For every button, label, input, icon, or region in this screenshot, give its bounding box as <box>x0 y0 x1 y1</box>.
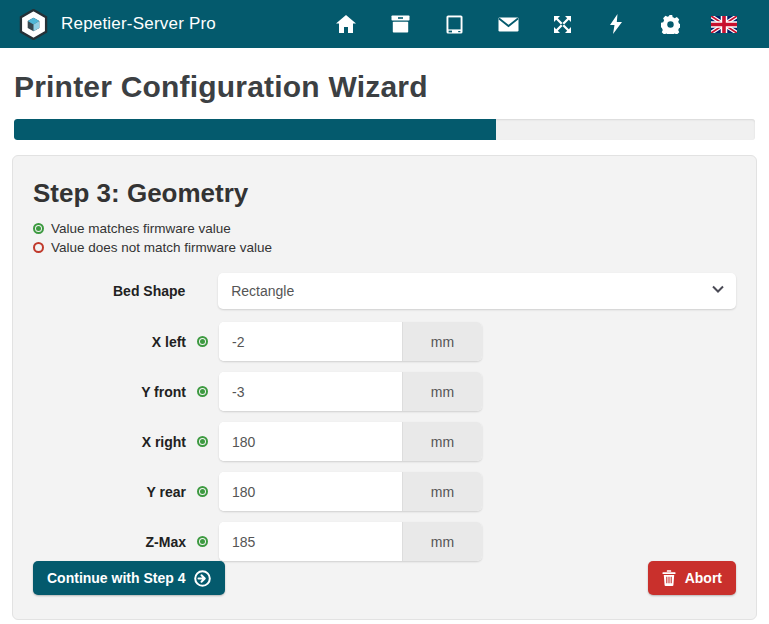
legend-mismatch: Value does not match firmware value <box>33 238 736 257</box>
legend: Value matches firmware value Value does … <box>33 219 736 257</box>
x-left-row: X left mm <box>33 322 736 361</box>
match-status-icon <box>197 386 208 397</box>
x-right-label: X right <box>33 434 186 450</box>
expand-arrows-icon[interactable] <box>535 15 589 34</box>
match-status-icon <box>197 486 208 497</box>
nav-icons <box>319 14 751 34</box>
x-left-unit: mm <box>402 322 482 361</box>
y-front-unit: mm <box>402 372 482 411</box>
y-rear-unit: mm <box>402 472 482 511</box>
progress-fill <box>14 119 496 140</box>
panel-actions: Continue with Step 4 Abort <box>33 561 736 595</box>
brand[interactable]: Repetier-Server Pro <box>18 9 216 40</box>
page-content: Printer Configuration Wizard <box>0 70 769 140</box>
arrow-circle-right-icon <box>194 570 211 587</box>
page-title: Printer Configuration Wizard <box>14 70 755 104</box>
legend-match-label: Value matches firmware value <box>51 221 231 236</box>
power-bolt-icon[interactable] <box>589 14 643 34</box>
home-icon[interactable] <box>319 15 373 33</box>
y-front-label: Y front <box>33 384 186 400</box>
abort-button[interactable]: Abort <box>648 561 736 595</box>
z-max-unit: mm <box>402 522 482 561</box>
wizard-progress-bar <box>14 119 755 140</box>
y-rear-label: Y rear <box>33 484 186 500</box>
x-right-unit: mm <box>402 422 482 461</box>
bed-shape-select[interactable]: Rectangle <box>218 273 736 309</box>
continue-button-label: Continue with Step 4 <box>47 570 185 586</box>
step-title: Step 3: Geometry <box>33 178 736 209</box>
tablet-icon[interactable] <box>427 15 481 34</box>
continue-button[interactable]: Continue with Step 4 <box>33 561 225 595</box>
x-right-input[interactable] <box>219 422 402 461</box>
top-navbar: Repetier-Server Pro <box>0 0 769 48</box>
y-rear-row: Y rear mm <box>33 472 736 511</box>
legend-match: Value matches firmware value <box>33 219 736 238</box>
x-left-label: X left <box>33 334 186 350</box>
y-front-row: Y front mm <box>33 372 736 411</box>
trash-icon <box>662 570 676 586</box>
bed-shape-label: Bed Shape <box>33 283 185 299</box>
printer-box-icon[interactable] <box>373 15 427 33</box>
settings-gear-icon[interactable] <box>643 15 697 34</box>
x-left-input[interactable] <box>219 322 402 361</box>
mail-icon[interactable] <box>481 17 535 32</box>
wizard-panel: Step 3: Geometry Value matches firmware … <box>12 155 757 620</box>
language-flag-uk-icon[interactable] <box>697 16 751 33</box>
match-icon <box>33 223 44 234</box>
repetier-logo-icon <box>18 9 49 40</box>
z-max-label: Z-Max <box>33 534 186 550</box>
legend-mismatch-label: Value does not match firmware value <box>51 240 272 255</box>
bed-shape-row: Bed Shape Rectangle <box>33 273 736 309</box>
match-status-icon <box>197 536 208 547</box>
geometry-form: Bed Shape Rectangle X left mm Y front <box>33 273 736 561</box>
abort-button-label: Abort <box>685 570 722 586</box>
mismatch-icon <box>33 242 44 253</box>
app-title: Repetier-Server Pro <box>61 14 216 34</box>
match-status-icon <box>197 336 208 347</box>
y-front-input[interactable] <box>219 372 402 411</box>
z-max-input[interactable] <box>219 522 402 561</box>
y-rear-input[interactable] <box>219 472 402 511</box>
x-right-row: X right mm <box>33 422 736 461</box>
z-max-row: Z-Max mm <box>33 522 736 561</box>
match-status-icon <box>197 436 208 447</box>
